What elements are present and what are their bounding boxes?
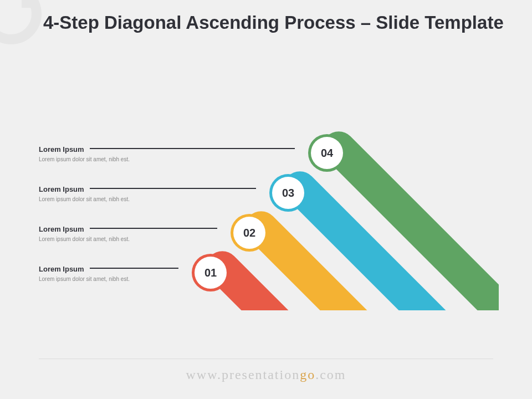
step-4-circle: 04 [308, 134, 346, 172]
footer-mid-c: o [308, 367, 315, 382]
step-4-line [90, 148, 295, 149]
step-2-label: Lorem Ipsum Lorem ipsum dolor sit amet, … [39, 224, 217, 242]
step-4-subtitle: Lorem ipsum dolor sit amet, nibh est. [39, 156, 295, 162]
step-1-circle: 01 [192, 254, 229, 291]
footer-url: www.presentationgo.com [0, 367, 532, 382]
footer-mid-a: presentation [222, 367, 300, 382]
footer-divider [39, 359, 493, 359]
step-1-label: Lorem Ipsum Lorem ipsum dolor sit amet, … [39, 264, 178, 282]
step-2-subtitle: Lorem ipsum dolor sit amet, nibh est. [39, 236, 217, 242]
step-4-number: 04 [311, 137, 343, 169]
step-3-subtitle: Lorem ipsum dolor sit amet, nibh est. [39, 196, 256, 202]
step-1-title: Lorem Ipsum [39, 265, 84, 273]
step-1-line [90, 268, 178, 269]
step-3-line [90, 188, 256, 189]
footer-pre: www. [186, 367, 221, 382]
step-4-title: Lorem Ipsum [39, 145, 84, 154]
diagonal-process-diagram: 04 03 02 01 Lorem Ipsum Lorem ipsum dolo… [39, 122, 499, 310]
step-3-label: Lorem Ipsum Lorem ipsum dolor sit amet, … [39, 184, 256, 202]
slide: 4-Step Diagonal Ascending Process – Slid… [0, 0, 532, 399]
step-3-title: Lorem Ipsum [39, 185, 84, 193]
step-2-line [90, 228, 217, 229]
step-1-number: 01 [195, 257, 227, 289]
step-2-circle: 02 [231, 214, 268, 252]
slide-title: 4-Step Diagonal Ascending Process – Slid… [43, 12, 510, 33]
footer-post: .com [315, 367, 346, 382]
step-2-title: Lorem Ipsum [39, 225, 84, 233]
step-2-number: 02 [233, 217, 265, 249]
step-3-number: 03 [272, 177, 304, 209]
footer-mid-b: g [300, 367, 308, 382]
step-4-label: Lorem Ipsum Lorem ipsum dolor sit amet, … [39, 144, 295, 162]
step-3-circle: 03 [269, 174, 307, 212]
logo-corner-icon [0, 0, 42, 44]
step-1-subtitle: Lorem ipsum dolor sit amet, nibh est. [39, 276, 178, 282]
